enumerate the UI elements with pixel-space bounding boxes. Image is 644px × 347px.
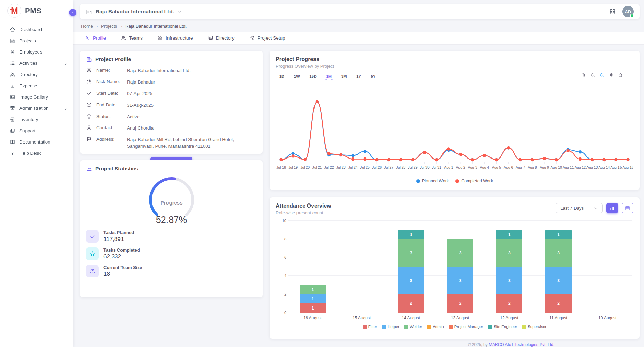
legend-supervisor[interactable]: Supervisor bbox=[522, 325, 546, 329]
svg-text:Jul 19: Jul 19 bbox=[288, 165, 298, 169]
legend-swatch bbox=[449, 325, 453, 329]
range-1m[interactable]: 1M bbox=[325, 73, 333, 80]
company-selector[interactable]: Raja Bahadur International Ltd. bbox=[86, 9, 182, 15]
bar-14-august[interactable]: 2331 bbox=[387, 221, 436, 313]
field-value: Raja Bahadur bbox=[127, 79, 239, 86]
legend-planned-work[interactable]: Planned Work bbox=[416, 179, 449, 183]
legend-site-engineer[interactable]: Site Engineer bbox=[488, 325, 517, 329]
chart-toolbar bbox=[581, 73, 632, 78]
sidebar-item-label: Image Gallary bbox=[19, 94, 48, 100]
tab-project-setup[interactable]: Project Setup bbox=[249, 32, 286, 44]
fingerprint-icon bbox=[86, 79, 92, 85]
svg-text:Aug 11: Aug 11 bbox=[563, 165, 574, 169]
legend-label: Supervisor bbox=[528, 325, 546, 329]
sidebar-item-label: Documentation bbox=[19, 139, 50, 145]
sidebar-item-employees[interactable]: Employees bbox=[0, 46, 73, 58]
sidebar-item-help-desk[interactable]: Help Desk bbox=[0, 148, 73, 159]
tab-profile[interactable]: Profile bbox=[84, 32, 107, 44]
sidebar-item-expense[interactable]: Expense bbox=[0, 80, 73, 91]
svg-text:Jul 28: Jul 28 bbox=[396, 165, 405, 169]
zoom-in-icon[interactable] bbox=[581, 73, 586, 78]
legend-project-manager[interactable]: Project Manager bbox=[449, 325, 483, 329]
progress-line-chart[interactable]: Jul 18Jul 19Jul 20Jul 21Jul 22Jul 23Jul … bbox=[276, 88, 633, 177]
svg-text:Jul 30: Jul 30 bbox=[420, 165, 430, 169]
bar-12-august[interactable]: 2331 bbox=[485, 221, 534, 313]
archive-icon bbox=[10, 105, 15, 111]
svg-text:Jul 27: Jul 27 bbox=[384, 165, 393, 169]
tabs: ProfileTeamsInfrastructureDirectoryProje… bbox=[73, 32, 644, 45]
stat-rows: Tasks Planned117,891Tasks Completed62,33… bbox=[86, 230, 257, 277]
app-logo[interactable]: M PMS bbox=[0, 0, 73, 20]
legend-helper[interactable]: Helper bbox=[382, 325, 399, 329]
top-header: Raja Bahadur International Ltd. AD bbox=[80, 4, 640, 19]
bar-segment-welder: 3 bbox=[496, 239, 522, 267]
bar-view-button[interactable] bbox=[606, 203, 618, 213]
svg-text:Aug 15: Aug 15 bbox=[610, 165, 622, 169]
users-icon bbox=[121, 35, 126, 41]
attendance-subtitle: Role-wise present count bbox=[276, 210, 331, 215]
tab-teams[interactable]: Teams bbox=[120, 32, 143, 44]
svg-text:Jul 23: Jul 23 bbox=[336, 165, 346, 169]
sidebar-item-inventory[interactable]: Inventory bbox=[0, 114, 73, 125]
field-label: Address: bbox=[96, 136, 127, 142]
project-profile-icon bbox=[86, 56, 92, 62]
legend-completed-work[interactable]: Completed Work bbox=[455, 179, 493, 183]
attendance-controls: Last 7 Days bbox=[556, 203, 633, 213]
project-profile-card: Project Profile Name:Raja Bahadur Intern… bbox=[80, 51, 263, 154]
breadcrumb-link[interactable]: Projects bbox=[101, 24, 117, 29]
menu-icon[interactable] bbox=[627, 73, 632, 78]
tab-directory[interactable]: Directory bbox=[207, 32, 235, 44]
gauge-label: Progress bbox=[160, 200, 182, 206]
attendance-bar-chart[interactable]: 0246810111233123323312331 16 August15 Au… bbox=[288, 221, 632, 324]
sidebar-item-directory[interactable]: Directory bbox=[0, 69, 73, 80]
apps-grid-icon[interactable] bbox=[609, 8, 616, 15]
sidebar-item-activities[interactable]: Activities› bbox=[0, 58, 73, 69]
range-3m[interactable]: 3M bbox=[340, 73, 348, 80]
x-axis-label: 12 August bbox=[485, 316, 534, 320]
sidebar-item-administration[interactable]: Administration› bbox=[0, 103, 73, 114]
range-1d[interactable]: 1D bbox=[278, 73, 286, 80]
sidebar-item-label: Administration bbox=[19, 106, 49, 111]
sidebar-collapse-button[interactable]: ‹ bbox=[69, 9, 76, 16]
bar-segment-welder: 1 bbox=[300, 285, 326, 294]
zoom-out-icon[interactable] bbox=[590, 73, 595, 78]
bar-13-august[interactable]: 233 bbox=[436, 221, 485, 313]
main-area: Raja Bahadur International Ltd. AD Home›… bbox=[73, 0, 644, 347]
book-icon bbox=[10, 139, 15, 145]
sidebar-item-documentation[interactable]: Documentation bbox=[0, 136, 73, 148]
legend-fitter[interactable]: Fitter bbox=[363, 325, 377, 329]
y-axis-tick: 2 bbox=[277, 292, 286, 296]
reset-home-icon[interactable] bbox=[618, 73, 623, 78]
bar-16-august[interactable]: 111 bbox=[288, 221, 337, 313]
breadcrumb-link[interactable]: Home bbox=[81, 24, 93, 29]
bar-segment-helper: 3 bbox=[545, 267, 572, 294]
footer-company-link[interactable]: MARCO AIoT Technologies Pvt. Ltd. bbox=[489, 342, 554, 347]
range-15d[interactable]: 15D bbox=[308, 73, 318, 80]
legend-welder[interactable]: Welder bbox=[404, 325, 422, 329]
range-1w[interactable]: 1W bbox=[293, 73, 301, 80]
legend-label: Project Manager bbox=[454, 325, 483, 329]
pan-icon[interactable] bbox=[609, 73, 614, 78]
sidebar-item-image-gallary[interactable]: Image Gallary bbox=[0, 91, 73, 103]
avatar[interactable]: AD bbox=[622, 6, 634, 17]
sidebar-item-projects[interactable]: Projects bbox=[0, 35, 73, 46]
table-grid-icon bbox=[625, 205, 630, 211]
legend-admin[interactable]: Admin bbox=[427, 325, 444, 329]
table-view-button[interactable] bbox=[622, 203, 633, 213]
sidebar-item-support[interactable]: Support bbox=[0, 125, 73, 136]
selection-zoom-icon[interactable] bbox=[599, 73, 605, 78]
tab-infrastructure[interactable]: Infrastructure bbox=[157, 32, 194, 44]
range-1y[interactable]: 1Y bbox=[355, 73, 362, 80]
users-icon bbox=[86, 265, 99, 277]
project-progress-subtitle: Progress Overview by Project bbox=[276, 64, 633, 69]
profile-field-status: Status:Active bbox=[86, 114, 257, 120]
days-filter-select[interactable]: Last 7 Days bbox=[556, 203, 603, 213]
sidebar-item-dashboard[interactable]: Dashboard bbox=[0, 24, 73, 35]
bar-11-august[interactable]: 2331 bbox=[534, 221, 583, 313]
users-icon bbox=[10, 72, 15, 77]
bar-15-august[interactable] bbox=[337, 221, 386, 313]
svg-text:Aug 13: Aug 13 bbox=[586, 165, 598, 169]
range-5y[interactable]: 5Y bbox=[370, 73, 377, 80]
selection-zoom-icon bbox=[599, 73, 605, 78]
bar-10-august[interactable] bbox=[583, 221, 632, 313]
